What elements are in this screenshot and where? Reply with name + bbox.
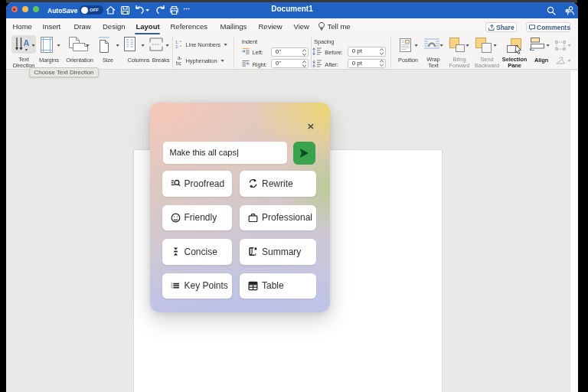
svg-text:A: A — [23, 38, 29, 47]
svg-text:bc: bc — [176, 60, 182, 65]
svg-text:2:: 2: — [175, 44, 179, 48]
